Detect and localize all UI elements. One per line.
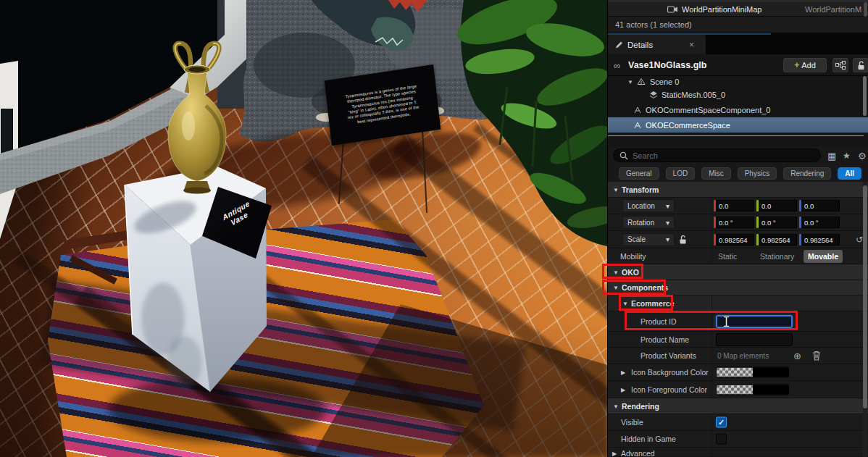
scale-y-field[interactable]: 0.982564 [756,233,797,246]
location-dropdown[interactable]: Location ▾ [622,199,675,212]
property-row-product-name: Product Name [608,332,868,348]
mobility-movable[interactable]: Movable [804,250,843,263]
collapse-arrow-icon[interactable]: ▼ [613,285,619,291]
property-row-product-id: Product ID [608,311,868,332]
product-name-input[interactable] [716,333,793,346]
trash-icon[interactable] [812,351,821,361]
tree-scrollbar[interactable] [863,76,867,116]
details-pencil-icon [614,40,624,49]
subsection-ecommerce[interactable]: ▼ Ecommerce [608,295,868,311]
check-icon: ✓ [718,418,725,427]
component-tree: ▼ Scene 0 StaticMesh.005_0 OKOCommentSpa… [608,76,868,146]
actors-count: 41 actors (1 selected) [615,20,692,29]
outliner-row-minimap[interactable]: WorldPartitionMiniMap WorldPartitionM [608,2,868,17]
details-search-row: ▦ ★ ⚙ [608,146,868,165]
location-z-field[interactable]: 0.0 [799,200,840,212]
actor-component-icon [633,106,642,114]
add-component-button[interactable]: + Add [783,58,827,72]
collapse-arrow-icon[interactable]: ▼ [622,300,628,306]
tree-divider [608,135,864,136]
variants-count: 0 Map elements [717,352,769,360]
location-y-field[interactable]: 0.0 [756,200,797,212]
search-icon [619,151,628,160]
search-field[interactable] [613,148,821,162]
settings-gear-icon[interactable]: ⚙ [858,151,867,162]
scene-component-icon [637,77,646,85]
expand-arrow-icon[interactable]: ▶ [621,369,625,376]
property-row-rotation: Rotation ▾ 0.0 ° 0.0 ° 0.0 ° [608,214,868,231]
scale-z-field[interactable]: 0.982564 [799,233,840,246]
reset-to-default-icon[interactable]: ↺ [856,235,863,245]
collapse-arrow-icon[interactable]: ▼ [627,78,633,85]
rotation-x-field[interactable]: 0.0 ° [714,217,754,229]
actor-header-row: ∞ Vase1NoGlass.glb + Add [608,54,868,76]
add-element-icon[interactable]: ⊕ [793,351,801,361]
chevron-down-icon: ▾ [666,219,669,227]
expand-arrow-icon[interactable]: ▶ [612,450,617,457]
plus-icon: + [794,60,799,70]
section-rendering[interactable]: ▼ Rendering [608,398,868,414]
level-viewport[interactable]: Tyrannosaurus is a genus of the large th… [0,0,607,457]
expand-arrow-icon[interactable]: ▶ [621,386,625,393]
outliner-scrollbar[interactable] [864,2,867,17]
collapse-arrow-icon[interactable]: ▼ [613,186,619,193]
mobility-stationary[interactable]: Stationary [760,252,794,261]
lock-button[interactable] [853,58,868,72]
scale-lock-icon[interactable] [679,235,687,244]
filter-chip-physics[interactable]: Physics [738,167,777,180]
section-transform[interactable]: ▼ Transform [608,182,868,198]
scale-dropdown[interactable]: Scale ▾ [622,233,675,246]
outliner-status-bar: 41 actors (1 selected) [608,17,868,33]
tree-item-scene[interactable]: ▼ Scene 0 [608,76,868,87]
mobility-static[interactable]: Static [718,252,737,261]
unlock-icon [857,61,865,70]
chevron-down-icon: ▾ [666,235,669,243]
pedestal-shadow [109,377,326,442]
rotation-dropdown[interactable]: Rotation ▾ [622,216,675,229]
property-row-hidden-in-game: Hidden in Game [608,431,868,448]
collapse-arrow-icon[interactable]: ▼ [613,269,619,275]
collapse-arrow-icon[interactable]: ▼ [613,403,619,409]
icon-background-color-swatch[interactable] [716,367,789,378]
panel-scrollbar-thumb[interactable] [863,185,867,408]
actor-component-icon [633,121,642,130]
outliner-item-label: WorldPartitionMiniMap [682,5,761,14]
details-tab-bar: Details × [608,33,868,54]
scale-x-field[interactable]: 0.982564 [714,233,754,246]
section-components[interactable]: ▼ Components [608,280,868,295]
plants [451,0,607,246]
rotation-z-field[interactable]: 0.0 ° [799,217,840,229]
alpha-checker [717,368,753,377]
tab-close-icon[interactable]: × [689,40,694,50]
property-row-product-variants: Product Variants 0 Map elements ⊕ [608,348,868,364]
location-x-field[interactable]: 0.0 [714,200,754,212]
hidden-in-game-checkbox[interactable] [716,434,727,445]
property-row-icon-bg-color: ▶ Icon Background Color [608,364,868,381]
filter-chip-all[interactable]: All [838,167,861,180]
filter-chip-general[interactable]: General [619,167,659,180]
camera-icon [667,5,678,13]
filter-chip-misc[interactable]: Misc [701,167,731,180]
tab-details[interactable]: Details × [608,35,706,54]
display-filter-icon[interactable]: ▦ [827,151,836,162]
alpha-checker [717,385,753,394]
rotation-y-field[interactable]: 0.0 ° [756,217,797,229]
visible-checkbox[interactable]: ✓ [716,417,727,428]
property-row-advanced[interactable]: ▶ Advanced [608,448,868,457]
property-row-location: Location ▾ 0.0 0.0 0.0 [608,198,868,214]
filter-chip-lod[interactable]: LOD [666,167,696,180]
favorites-star-icon[interactable]: ★ [843,151,851,161]
blueprint-hierarchy-button[interactable] [832,58,848,72]
unreal-editor-window: Tyrannosaurus is a genus of the large th… [0,0,868,457]
icon-foreground-color-swatch[interactable] [716,384,789,395]
property-row-icon-fg-color: ▶ Icon Foreground Color [608,381,868,398]
filter-chip-row: General LOD Misc Physics Rendering All [608,165,868,182]
tree-item-ecommercespace[interactable]: OKOECommerceSpace [608,117,868,133]
node-graph-icon [835,61,846,70]
link-icon: ∞ [614,59,620,70]
filter-chip-rendering[interactable]: Rendering [783,167,831,180]
tree-item-staticmesh[interactable]: StaticMesh.005_0 [608,87,868,102]
tree-item-commentspace[interactable]: OKOCommentSpaceComponent_0 [608,102,868,117]
search-input[interactable] [633,151,814,160]
section-oko[interactable]: ▼ OKO [608,264,868,280]
